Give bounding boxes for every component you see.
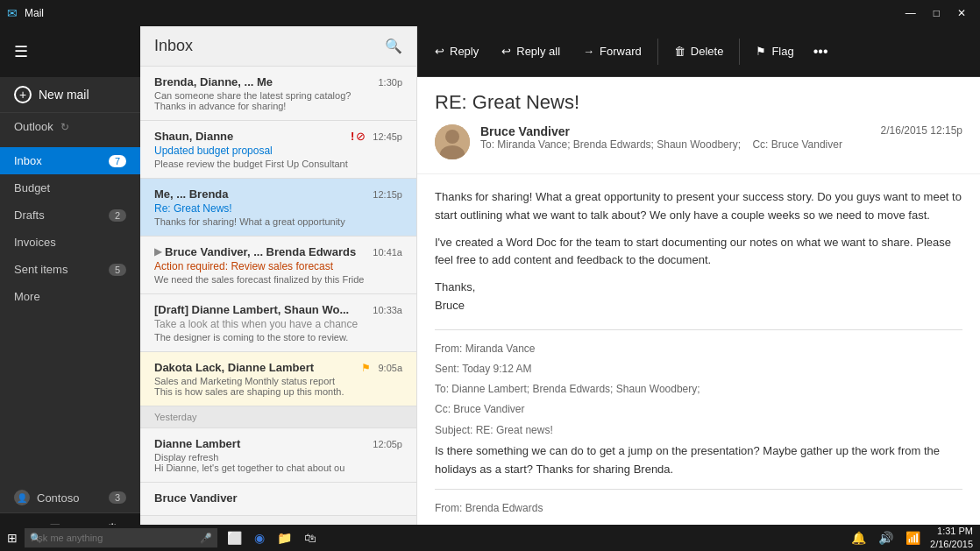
inbox-label: Inbox bbox=[14, 154, 109, 167]
exclaim-icon: ! bbox=[351, 130, 354, 143]
block-icon: ⊘ bbox=[356, 130, 366, 143]
flag-icon: ⚑ bbox=[756, 45, 766, 58]
email-subject: Updated budget proposal bbox=[154, 145, 402, 157]
app-container: ☰ + New mail Outlook ↻ Inbox 7 Budget Dr… bbox=[0, 26, 980, 551]
app-icon: ✉ bbox=[7, 6, 18, 20]
email-subject: Sales and Marketing Monthly status repor… bbox=[154, 376, 402, 386]
email-subject: Action required: Review sales forecast bbox=[154, 260, 402, 272]
network-icon[interactable]: 📶 bbox=[905, 531, 920, 545]
toolbar-separator bbox=[657, 39, 658, 65]
sidebar-item-contoso[interactable]: 👤 Contoso 3 bbox=[0, 483, 140, 512]
toolbar-separator-2 bbox=[739, 39, 740, 65]
sidebar-item-sent[interactable]: Sent items 5 bbox=[0, 256, 140, 283]
volume-icon[interactable]: 🔊 bbox=[878, 531, 893, 545]
sidebar-item-drafts[interactable]: Drafts 2 bbox=[0, 201, 140, 229]
contoso-icon: 👤 bbox=[14, 490, 30, 505]
email-item[interactable]: Brenda, Dianne, ... Me 1:30p Can someone… bbox=[140, 67, 416, 121]
flag-button[interactable]: ⚑ Flag bbox=[745, 39, 804, 63]
email-subject: Take a look at this when you have a chan… bbox=[154, 318, 402, 330]
close-button[interactable]: ✕ bbox=[950, 5, 973, 21]
email-preview: We need the sales forecast finalized by … bbox=[154, 274, 402, 285]
notification-icon[interactable]: 🔔 bbox=[851, 531, 866, 545]
reply-icon: ↩ bbox=[435, 45, 444, 58]
email-item[interactable]: Shaun, Dianne ! ⊘ 12:45p Updated budget … bbox=[140, 121, 416, 179]
signature-thanks: Thanks, bbox=[435, 280, 475, 293]
store-icon[interactable]: 🛍 bbox=[304, 531, 316, 545]
email-body: Thanks for sharing! What a great opportu… bbox=[417, 174, 980, 551]
reply-all-icon: ↩ bbox=[501, 45, 511, 58]
email-reading-header: RE: Great News! Bruce Vandiver To: Miran… bbox=[417, 77, 980, 174]
email-item[interactable]: Dianne Lambert 12:05p Display refresh Hi… bbox=[140, 428, 416, 483]
window-controls: — □ ✕ bbox=[898, 5, 973, 21]
new-mail-plus-icon: + bbox=[14, 86, 32, 103]
sidebar-item-budget[interactable]: Budget bbox=[0, 174, 140, 201]
sent-label: Sent items bbox=[14, 263, 109, 276]
microphone-icon: 🎤 bbox=[200, 533, 212, 544]
email-time: 9:05a bbox=[378, 363, 402, 373]
delete-button[interactable]: 🗑 Delete bbox=[664, 39, 735, 63]
more-label: More bbox=[14, 290, 126, 303]
start-button[interactable]: ⊞ bbox=[7, 531, 18, 545]
more-button[interactable]: ••• bbox=[806, 39, 835, 65]
reply-all-label: Reply all bbox=[516, 45, 560, 58]
email-item[interactable]: Me, ... Brenda 12:15p Re: Great News! Th… bbox=[140, 179, 416, 237]
email-list-header: Inbox 🔍 bbox=[140, 26, 416, 67]
email-item[interactable]: ▶ Bruce Vandiver, ... Brenda Edwards 10:… bbox=[140, 237, 416, 294]
refresh-icon: ↻ bbox=[60, 121, 69, 133]
delete-label: Delete bbox=[691, 45, 724, 58]
maximize-button[interactable]: □ bbox=[927, 5, 947, 21]
email-item[interactable]: [Draft] Dianne Lambert, Shaun Wo... 10:3… bbox=[140, 294, 416, 352]
flag-icon: ⚑ bbox=[361, 362, 371, 374]
email-subject: Can someone share the latest spring cata… bbox=[154, 90, 402, 101]
sender-avatar bbox=[435, 124, 470, 159]
explorer-icon[interactable]: 📁 bbox=[277, 531, 292, 545]
email-item[interactable]: Bruce Vandiver bbox=[140, 483, 416, 516]
sidebar-item-more[interactable]: More bbox=[0, 283, 140, 310]
delete-icon: 🗑 bbox=[674, 45, 685, 58]
search-icon[interactable]: 🔍 bbox=[385, 38, 402, 54]
taskbar-clock: 1:31 PM 2/16/2015 bbox=[930, 525, 973, 551]
cc-label: Cc: Bruce Vandiver bbox=[752, 138, 842, 151]
minimize-button[interactable]: — bbox=[898, 5, 923, 21]
email-meta-info: Bruce Vandiver To: Miranda Vance; Brenda… bbox=[480, 124, 870, 151]
forward-label: Forward bbox=[600, 45, 642, 58]
email-sender: ▶ Bruce Vandiver, ... Brenda Edwards bbox=[154, 245, 366, 258]
edge-icon[interactable]: ◉ bbox=[254, 531, 265, 545]
email-sender: Dakota Lack, Dianne Lambert bbox=[154, 361, 358, 374]
taskbar: ⊞ 🔍 🎤 ⬜ ◉ 📁 🛍 🔔 🔊 📶 1:31 PM 2/16/2015 bbox=[0, 525, 980, 551]
account-item[interactable]: Outlook ↻ bbox=[0, 113, 140, 140]
nav-header: ☰ bbox=[0, 26, 140, 77]
email-divider-2 bbox=[435, 489, 962, 490]
sidebar-item-inbox[interactable]: Inbox 7 bbox=[0, 147, 140, 174]
forward-icon: → bbox=[583, 45, 594, 58]
new-mail-button[interactable]: + New mail bbox=[0, 77, 140, 113]
fwd1-body: Is there something we can do to get a ju… bbox=[435, 442, 962, 479]
email-preview: Thanks in advance for sharing! bbox=[154, 101, 402, 111]
email-meta: Bruce Vandiver To: Miranda Vance; Brenda… bbox=[435, 124, 962, 159]
taskbar-left: ⊞ 🔍 🎤 ⬜ ◉ 📁 🛍 bbox=[7, 528, 319, 547]
taskbar-search-input[interactable] bbox=[25, 528, 217, 547]
email-sender: [Draft] Dianne Lambert, Shaun Wo... bbox=[154, 303, 366, 316]
taskbar-time: 1:31 PM bbox=[930, 525, 973, 538]
inbox-badge: 7 bbox=[109, 155, 126, 167]
email-preview: The designer is coming to the store to r… bbox=[154, 332, 402, 343]
drafts-label: Drafts bbox=[14, 208, 109, 222]
reply-all-button[interactable]: ↩ Reply all bbox=[491, 39, 571, 63]
email-sender: Dianne Lambert bbox=[154, 437, 366, 450]
flag-label: Flag bbox=[771, 45, 793, 58]
email-to-line: To: Miranda Vance; Brenda Edwards; Shaun… bbox=[480, 138, 870, 151]
task-view-icon[interactable]: ⬜ bbox=[227, 531, 242, 545]
reply-label: Reply bbox=[450, 45, 479, 58]
email-preview: This is how sales are shaping up this mo… bbox=[154, 386, 402, 397]
email-sender: Brenda, Dianne, ... Me bbox=[154, 75, 371, 88]
forward-button[interactable]: → Forward bbox=[572, 39, 652, 63]
fwd1-subject: Subject: RE: Great news! bbox=[435, 422, 962, 439]
fwd1-sent: Sent: Today 9:12 AM bbox=[435, 361, 962, 378]
email-from-name: Bruce Vandiver bbox=[480, 124, 870, 138]
hamburger-icon[interactable]: ☰ bbox=[14, 42, 28, 61]
reply-button[interactable]: ↩ Reply bbox=[424, 39, 489, 63]
email-item[interactable]: Dakota Lack, Dianne Lambert ⚑ 9:05a Sale… bbox=[140, 352, 416, 406]
reading-pane: ↩ Reply ↩ Reply all → Forward 🗑 Delete ⚑… bbox=[417, 26, 980, 551]
email-subject-line: RE: Great News! bbox=[435, 91, 962, 114]
sidebar-item-invoices[interactable]: Invoices bbox=[0, 229, 140, 256]
